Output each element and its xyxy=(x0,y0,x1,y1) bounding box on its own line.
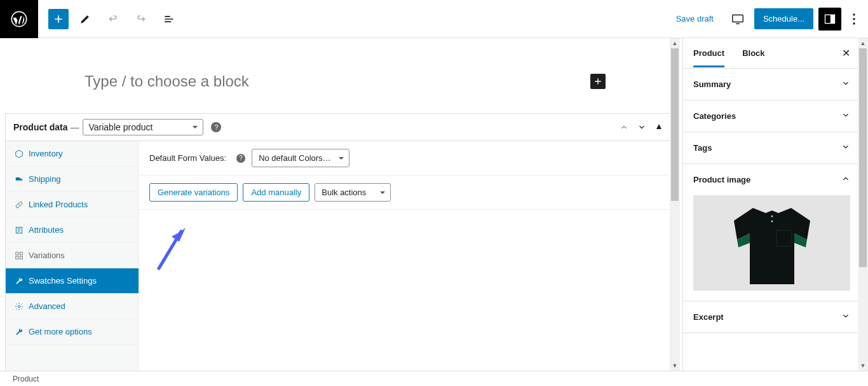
tab-swatches-settings[interactable]: Swatches Settings xyxy=(6,268,139,294)
svg-rect-9 xyxy=(20,252,22,254)
metabox-down-icon[interactable] xyxy=(637,123,646,132)
scroll-down-icon[interactable]: ▼ xyxy=(670,361,680,371)
bulk-actions-select[interactable]: Bulk actions xyxy=(315,183,391,202)
svg-rect-3 xyxy=(831,15,835,23)
breadcrumb-item[interactable]: Product xyxy=(13,375,39,383)
preview-button[interactable] xyxy=(726,8,749,31)
block-prompt[interactable]: Type / to choose a block xyxy=(72,38,606,113)
scroll-up-icon[interactable]: ▲ xyxy=(670,38,680,48)
link-icon xyxy=(15,200,24,209)
document-overview-button[interactable] xyxy=(158,8,180,31)
block-placeholder: Type / to choose a block xyxy=(85,72,249,90)
metabox-tabs: Inventory Shipping Linked Products Attri… xyxy=(6,141,139,371)
wordpress-logo[interactable] xyxy=(0,0,38,38)
generate-variations-button[interactable]: Generate variations xyxy=(149,183,238,202)
wrench-icon xyxy=(15,277,24,286)
svg-rect-8 xyxy=(16,252,18,254)
row-default-form-values: Default Form Values: ? No default Colors… xyxy=(139,141,672,176)
tab-shipping[interactable]: Shipping xyxy=(6,167,139,192)
metabox-header: Product data — Variable product ? xyxy=(6,114,672,141)
help-icon[interactable]: ? xyxy=(211,122,221,132)
tab-advanced[interactable]: Advanced xyxy=(6,294,139,319)
tab-attributes[interactable]: Attributes xyxy=(6,217,139,243)
toolbar-right: Save draft Schedule... xyxy=(668,8,868,31)
chevron-down-icon xyxy=(841,312,850,322)
close-icon[interactable]: ✕ xyxy=(842,47,850,59)
settings-toggle-button[interactable] xyxy=(818,8,841,31)
row-variations-actions: Generate variations Add manually Bulk ac… xyxy=(139,176,672,210)
metabox-collapse-icon[interactable] xyxy=(655,123,664,132)
add-block-button[interactable] xyxy=(48,9,69,29)
inventory-icon xyxy=(15,149,24,158)
default-colors-select[interactable]: No default Colors… xyxy=(252,149,349,167)
metabox-up-icon[interactable] xyxy=(620,123,628,132)
settings-sidebar: Product Block ✕ Summary Categories Tags … xyxy=(682,38,860,371)
top-toolbar: Save draft Schedule... xyxy=(0,0,868,38)
product-image-panel xyxy=(683,195,860,301)
tab-inventory[interactable]: Inventory xyxy=(6,141,139,167)
scroll-down-icon[interactable]: ▼ xyxy=(858,361,868,371)
svg-point-5 xyxy=(853,18,855,20)
panel-excerpt[interactable]: Excerpt xyxy=(683,301,860,333)
default-form-label: Default Form Values: xyxy=(149,153,226,163)
chevron-down-icon xyxy=(841,142,850,153)
sidebar-tabs: Product Block ✕ xyxy=(683,38,860,69)
svg-rect-10 xyxy=(16,256,18,259)
svg-rect-11 xyxy=(20,256,22,259)
edit-mode-button[interactable] xyxy=(74,8,97,31)
scroll-up-icon[interactable]: ▲ xyxy=(858,38,868,48)
svg-point-12 xyxy=(18,305,20,308)
panel-summary[interactable]: Summary xyxy=(683,69,860,100)
redo-button[interactable] xyxy=(130,8,153,31)
sidebar-tab-block[interactable]: Block xyxy=(742,39,764,67)
footer-breadcrumb: Product xyxy=(0,371,868,386)
shipping-icon xyxy=(15,175,24,184)
attributes-icon xyxy=(15,226,24,235)
svg-rect-16 xyxy=(768,213,776,224)
sidebar-scrollbar[interactable]: ▲ ▼ xyxy=(858,38,868,371)
chevron-down-icon xyxy=(841,111,850,121)
product-type-select[interactable]: Variable product xyxy=(83,119,203,135)
product-data-metabox: Product data — Variable product ? xyxy=(5,113,672,371)
block-appender-button[interactable] xyxy=(590,74,606,89)
variations-icon xyxy=(15,251,24,260)
save-draft-button[interactable]: Save draft xyxy=(668,9,721,29)
sidebar-tab-product[interactable]: Product xyxy=(693,39,724,67)
tab-get-more-options[interactable]: Get more options xyxy=(6,319,139,345)
metabox-panel: Default Form Values: ? No default Colors… xyxy=(139,141,672,371)
metabox-toggles xyxy=(620,123,664,132)
options-button[interactable] xyxy=(846,8,862,31)
svg-point-18 xyxy=(771,221,773,223)
tab-variations[interactable]: Variations xyxy=(6,243,139,268)
product-image-thumbnail[interactable] xyxy=(693,195,850,291)
toolbar-left xyxy=(38,8,180,31)
editor-canvas: Type / to choose a block Product data — … xyxy=(0,38,677,371)
svg-point-6 xyxy=(853,22,855,24)
editor-scrollbar[interactable]: ▲ ▼ xyxy=(670,38,680,371)
chevron-up-icon xyxy=(841,174,850,185)
gear-icon xyxy=(15,302,24,311)
panel-product-image[interactable]: Product image xyxy=(683,164,860,195)
panel-categories[interactable]: Categories xyxy=(683,100,860,132)
panel-tags[interactable]: Tags xyxy=(683,132,860,164)
metabox-body: Inventory Shipping Linked Products Attri… xyxy=(6,141,672,371)
help-icon[interactable]: ? xyxy=(236,154,245,163)
svg-rect-1 xyxy=(733,15,743,22)
add-manually-button[interactable]: Add manually xyxy=(243,183,309,202)
tab-linked-products[interactable]: Linked Products xyxy=(6,192,139,217)
chevron-down-icon xyxy=(841,79,850,90)
metabox-title: Product data — xyxy=(13,122,79,132)
wrench-icon xyxy=(15,327,24,336)
svg-point-4 xyxy=(853,13,855,15)
undo-button[interactable] xyxy=(102,8,125,31)
schedule-button[interactable]: Schedule... xyxy=(754,8,813,29)
svg-point-17 xyxy=(771,216,773,217)
